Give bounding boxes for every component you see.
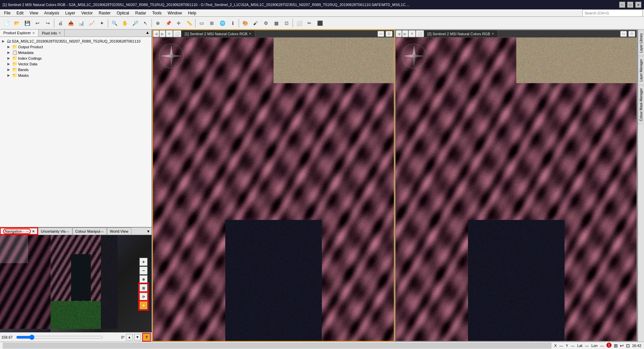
zoom-out-button[interactable]: − — [139, 267, 148, 275]
menu-file[interactable]: File — [1, 10, 13, 16]
menu-optical[interactable]: Optical — [114, 10, 132, 16]
tab-pixel-info[interactable]: Pixel Info ✕ — [39, 30, 65, 37]
rotation-down-button[interactable]: ▼ — [134, 334, 141, 341]
mask-button[interactable]: ⬜ — [294, 18, 304, 28]
print-button[interactable]: 🖨 — [55, 18, 65, 28]
map-settings-2[interactable]: ⚙ — [628, 31, 635, 37]
tree-root-expand[interactable]: ▶ — [2, 39, 6, 43]
zoom-sync-button[interactable]: ⟳ — [139, 293, 148, 301]
chart-button[interactable]: 📊 — [76, 18, 86, 28]
export-button[interactable]: 📤 — [66, 18, 76, 28]
roi-button[interactable]: ⬛ — [315, 18, 325, 28]
map-settings-1[interactable]: ⚙ — [386, 31, 393, 37]
map-tab-2[interactable]: [2] Sentinel 2 MSI Natural Colors RGB ✕ — [424, 30, 498, 37]
tab-product-explorer[interactable]: Product Explorer ✕ — [0, 30, 39, 37]
menu-help[interactable]: Help — [185, 10, 199, 16]
thumbnail-1[interactable] — [0, 235, 51, 332]
tab-navigation[interactable]: Navigation - --- ✕ — [0, 228, 38, 235]
map-next-button-2[interactable]: ▶ — [402, 30, 408, 37]
menu-layer[interactable]: Layer — [63, 10, 78, 16]
gcp-button[interactable]: ⊕ — [153, 18, 163, 28]
close-product-explorer-icon[interactable]: ✕ — [32, 31, 35, 35]
vtab-layer-library[interactable]: Layer Library — [638, 30, 644, 56]
map-dropdown-1[interactable]: ▼ — [166, 30, 173, 37]
zoom-in-toolbar[interactable]: 🔍 — [109, 18, 119, 28]
import-button[interactable]: ↩ — [33, 18, 43, 28]
histogram-button[interactable]: 📈 — [86, 18, 97, 28]
search-input[interactable] — [582, 9, 643, 17]
menu-tools[interactable]: Tools — [150, 10, 164, 16]
measure-button[interactable]: 📏 — [184, 18, 194, 28]
map-dropdown-2[interactable]: ▼ — [408, 30, 416, 37]
map-prev-button-1[interactable]: ◀ — [153, 30, 159, 37]
zoom-slider[interactable] — [16, 335, 103, 340]
tree-expand-index[interactable]: ▶ — [7, 56, 11, 60]
vtab-colour-mask[interactable]: Colour Mask Manager — [638, 85, 644, 124]
tree-expand-metadata[interactable]: ▶ — [7, 51, 11, 54]
map-sync-1[interactable]: ⇔ — [377, 31, 384, 37]
menu-edit[interactable]: Edit — [14, 10, 26, 16]
tab-worldview[interactable]: World View — [107, 228, 131, 235]
thumbnail-2[interactable] — [51, 235, 101, 332]
map-next-button-1[interactable]: ▶ — [159, 30, 166, 37]
tree-expand-vector[interactable]: ▶ — [7, 62, 11, 66]
map-image-2[interactable] — [396, 38, 637, 341]
color-button[interactable]: 🎨 — [240, 18, 250, 28]
close-navigation-icon[interactable]: ✕ — [32, 229, 35, 234]
close-pixel-info-icon[interactable]: ✕ — [58, 31, 61, 35]
map-expand-1[interactable]: ⬜ — [173, 30, 181, 37]
tree-expand-output[interactable]: ▶ — [7, 45, 11, 49]
scatter-button[interactable]: ✦ — [97, 18, 107, 28]
crosshair-button[interactable]: ✛ — [174, 18, 184, 28]
menu-radar[interactable]: Radar — [132, 10, 149, 16]
pan-button[interactable]: ✋ — [120, 18, 130, 28]
zoom-extent-button[interactable]: ⊞ — [139, 284, 148, 292]
settings-button[interactable]: ⚙ — [261, 18, 271, 28]
lut-button[interactable]: ▦ — [271, 18, 281, 28]
tab-colour[interactable]: Colour Manipul--- — [72, 228, 107, 235]
palette-button[interactable]: 🖌 — [250, 18, 260, 28]
maximize-button[interactable]: □ — [627, 2, 633, 8]
menu-window[interactable]: Window — [165, 10, 185, 16]
world-button[interactable]: 🌐 — [217, 18, 227, 28]
zoom-btn2[interactable]: 🔎 — [130, 18, 140, 28]
minimize-button[interactable]: ─ — [619, 2, 625, 8]
tree-item-bands[interactable]: ▶ 📁 Bands — [7, 67, 150, 72]
menu-raster[interactable]: Raster — [96, 10, 113, 16]
vector-btn[interactable]: ✏ — [304, 18, 314, 28]
graticule-button[interactable]: ⊞ — [207, 18, 217, 28]
pin-button[interactable]: 📌 — [163, 18, 173, 28]
vtab-layer-manager[interactable]: Layer Manager — [638, 56, 644, 84]
new-button[interactable]: 📄 — [1, 18, 11, 28]
tree-root-item[interactable]: ▶ 🗂 S2A_MSIL1C_20190628T023551_N0207_R08… — [1, 38, 150, 44]
map-sync-2[interactable]: ⇔ — [620, 31, 627, 37]
close-button[interactable]: ✕ — [635, 2, 641, 8]
map-tab-close-1[interactable]: ✕ — [249, 32, 251, 36]
bottom-panel-collapse[interactable]: ▼ — [145, 228, 152, 235]
tree-expand-masks[interactable]: ▶ — [7, 73, 11, 77]
tree-item-output[interactable]: ▶ 📁 Output Product — [7, 44, 150, 50]
select-button[interactable]: ↖ — [140, 18, 151, 28]
tree-expand-bands[interactable]: ▶ — [7, 68, 11, 71]
tree-item-vector[interactable]: ▶ 📁 Vector Data — [7, 61, 150, 67]
tree-item-masks[interactable]: ▶ 📁 Masks — [7, 72, 150, 78]
open-button[interactable]: 📂 — [12, 18, 22, 28]
rotation-up-button[interactable]: ▲ — [126, 334, 133, 341]
map-prev-button-2[interactable]: ◀ — [396, 30, 402, 37]
menu-analysis[interactable]: Analysis — [42, 10, 62, 16]
layer-button[interactable]: ▭ — [196, 18, 207, 28]
map-tab-1[interactable]: [1] Sentinel 2 MSI Natural Colors RGB ✕ — [181, 30, 255, 37]
zoom-actual-button[interactable]: ⊕ — [139, 275, 148, 283]
map-tab-close-2[interactable]: ✕ — [491, 32, 494, 36]
info-button[interactable]: ℹ — [228, 18, 238, 28]
panel-minimize-icon[interactable]: ▲ — [143, 30, 152, 37]
zoom-cursor-button[interactable]: ✛ — [139, 301, 148, 309]
menu-view[interactable]: View — [27, 10, 41, 16]
map-image-1[interactable] — [153, 38, 394, 341]
tree-item-metadata[interactable]: ▶ 📋 Metadata — [7, 50, 150, 55]
stretch-button[interactable]: ⊡ — [282, 18, 292, 28]
tree-item-index[interactable]: ▶ 📁 Index Codings — [7, 55, 150, 61]
zoom-in-button[interactable]: + — [139, 258, 148, 266]
map-expand-2[interactable]: ⬜ — [416, 30, 424, 37]
help-button[interactable]: ? — [143, 334, 150, 341]
